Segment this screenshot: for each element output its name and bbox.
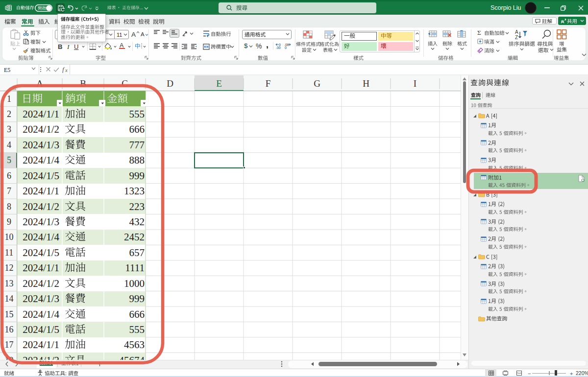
svg-text:A: A xyxy=(515,29,518,35)
svg-text:.00: .00 xyxy=(276,46,281,49)
svg-text:Z: Z xyxy=(515,35,518,40)
svg-text:0: 0 xyxy=(285,46,287,49)
